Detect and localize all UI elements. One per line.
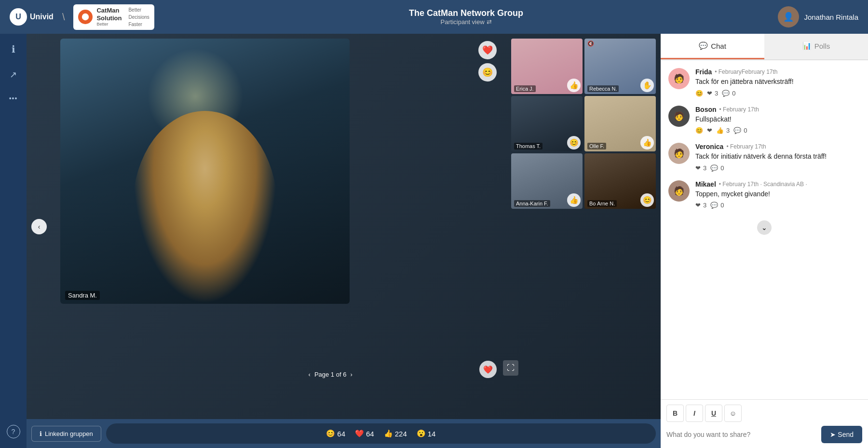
msg-time-boson: • February 17th — [719, 106, 759, 113]
subtitle-text: Participant view — [441, 18, 485, 26]
page-nav: ‹ Page 1 of 6 › — [309, 371, 353, 378]
msg-reactions-veronica: ❤ 3 💬 0 — [695, 164, 860, 172]
send-icon: ➤ — [830, 431, 836, 438]
thumb-reaction-olle: 👍 — [640, 136, 654, 149]
thumbnail-grid: Erica J. 👍 🔇 Rebecca N. ✋ Thomas T. 😊 Ol… — [511, 39, 656, 209]
chat-input-area: B I U ☺ ➤ Send — [661, 399, 868, 448]
page-indicator: Page 1 of 6 — [314, 371, 347, 378]
msg-reactions-boson: 😊 ❤ 👍 3 💬 0 — [695, 127, 860, 134]
help-icon[interactable]: ? — [7, 425, 20, 438]
thumb-name-olle: Olle F. — [587, 143, 606, 149]
thumb-reaction-rebecca: ✋ — [640, 79, 654, 92]
react-heart-mikael[interactable]: ❤ 3 — [695, 202, 706, 209]
catman-text: CatMan Solution Better — [96, 7, 122, 27]
emoji-reaction-button[interactable]: 😊 — [478, 63, 497, 81]
react-comment-frida[interactable]: 💬 0 — [722, 90, 735, 97]
bold-button[interactable]: B — [666, 405, 684, 422]
avatar-boson: 🧑 — [668, 106, 690, 127]
header-right: 👤 Jonathan Rintala — [778, 6, 858, 27]
univid-icon: U — [10, 8, 27, 26]
thumb-olle: Olle F. 👍 — [584, 96, 656, 151]
msg-body-frida: Frida • FebruaryFebruary 17th Tack för e… — [695, 68, 860, 97]
more-icon[interactable]: ••• — [9, 95, 18, 102]
info-icon[interactable]: ℹ — [12, 43, 15, 55]
video-background: Sandra M. ‹ ❤️ 😊 Erica J. 👍 🔇 — [27, 34, 661, 419]
prev-page-button[interactable]: ‹ — [31, 219, 47, 234]
linkedin-label: Linkedin gruppen — [45, 430, 93, 437]
thumb-muted-rebecca: 🔇 — [587, 41, 594, 47]
polls-tab-icon: 📊 — [802, 41, 812, 50]
top-reaction-buttons: ❤️ 😊 — [478, 41, 497, 81]
react-comment-mikael[interactable]: 💬 0 — [710, 202, 724, 209]
video-bottom-bar: ℹ Linkedin gruppen 😊 64 ❤️ 64 👍 224 😮 — [27, 419, 661, 448]
thumbs-count: 👍 224 — [384, 429, 407, 438]
react-heart-frida[interactable]: ❤ 3 — [707, 90, 718, 97]
page-prev-arrow[interactable]: ‹ — [309, 371, 311, 378]
react-thumbs-boson[interactable]: 👍 3 — [716, 127, 730, 134]
msg-time-mikael: • February 17th · Scandinavia AB · — [719, 181, 807, 188]
heart-count: ❤️ 64 — [355, 429, 374, 438]
message-veronica: 🧑 Veronica • February 17th Tack för init… — [668, 143, 860, 172]
send-button[interactable]: ➤ Send — [821, 426, 862, 443]
catman-logo: CatMan Solution Better Better Decisions … — [73, 4, 154, 30]
thumbs-icon: 👍 — [384, 429, 393, 438]
thumb-name-erica: Erica J. — [514, 85, 536, 92]
thumb-name-annakarin: Anna-Karin F. — [514, 200, 550, 207]
emoji-button[interactable]: ☺ — [724, 405, 742, 422]
msg-header-veronica: Veronica • February 17th — [695, 143, 860, 150]
header-left: U Univid \ CatMan Solution Better Better… — [10, 4, 154, 30]
send-label: Send — [838, 431, 854, 438]
chat-tab-icon: 💬 — [699, 41, 708, 50]
message-mikael: 🧑 Mikael • February 17th · Scandinavia A… — [668, 180, 860, 209]
thumb-erica: Erica J. 👍 — [511, 39, 583, 94]
react-heart-veronica[interactable]: ❤ 3 — [695, 164, 706, 172]
msg-body-mikael: Mikael • February 17th · Scandinavia AB … — [695, 180, 860, 209]
breadcrumb-separator: \ — [62, 12, 65, 23]
thumb-reaction-annakarin: 👍 — [567, 193, 581, 207]
left-sidebar: ℹ ↗ ••• ? — [0, 34, 27, 448]
heart-reaction-button[interactable]: ❤️ — [478, 41, 497, 59]
thumb-name-rebecca: Rebecca N. — [587, 85, 619, 92]
univid-label: Univid — [30, 13, 54, 21]
fullscreen-button[interactable]: ⛶ — [503, 360, 518, 376]
share-icon[interactable]: ↗ — [10, 69, 17, 80]
user-name: Jonathan Rintala — [804, 13, 858, 21]
underline-button[interactable]: U — [705, 405, 722, 422]
bottom-heart-button[interactable]: ❤️ — [479, 361, 497, 378]
thumb-boarne: Bo Arne N. 😊 — [584, 153, 656, 209]
scroll-down-button[interactable]: ⌄ — [668, 217, 860, 238]
msg-reactions-frida: 😊 ❤ 3 💬 0 — [695, 90, 860, 97]
msg-header-mikael: Mikael • February 17th · Scandinavia AB … — [695, 180, 860, 188]
msg-time-frida: • FebruaryFebruary 17th — [715, 68, 777, 75]
msg-author-mikael: Mikael — [695, 180, 716, 188]
msg-body-boson: Boson • February 17th Fullspäckat! 😊 ❤ 👍… — [695, 106, 860, 135]
react-comment-boson[interactable]: 💬 0 — [733, 127, 747, 134]
thumb-name-thomas: Thomas T. — [514, 143, 542, 149]
header: U Univid \ CatMan Solution Better Better… — [0, 0, 868, 34]
msg-header-boson: Boson • February 17th — [695, 106, 860, 113]
message-frida: 🧑 Frida • FebruaryFebruary 17th Tack för… — [668, 68, 860, 97]
tab-chat[interactable]: 💬 Chat — [661, 34, 764, 59]
chat-messages: 🧑 Frida • FebruaryFebruary 17th Tack för… — [661, 60, 868, 399]
msg-author-frida: Frida — [695, 68, 712, 76]
event-title: The CatMan Network Group — [409, 8, 523, 18]
linkedin-button[interactable]: ℹ Linkedin gruppen — [31, 426, 101, 442]
chat-toolbar: B I U ☺ — [666, 405, 862, 422]
wow-count-value: 14 — [428, 430, 436, 438]
emoji-icon: 😊 — [326, 429, 335, 438]
msg-author-veronica: Veronica — [695, 143, 723, 150]
msg-reactions-mikael: ❤ 3 💬 0 — [695, 202, 860, 209]
msg-text-boson: Fullspäckat! — [695, 115, 860, 124]
page-next-arrow[interactable]: › — [350, 371, 352, 378]
wow-icon: 😮 — [417, 429, 426, 438]
main-speaker-video: Sandra M. — [60, 39, 350, 304]
chat-message-input[interactable] — [666, 431, 817, 438]
message-boson: 🧑 Boson • February 17th Fullspäckat! 😊 ❤… — [668, 106, 860, 135]
heart-count-value: 64 — [366, 430, 374, 438]
msg-header-frida: Frida • FebruaryFebruary 17th — [695, 68, 860, 76]
scroll-down-circle[interactable]: ⌄ — [757, 220, 772, 235]
italic-button[interactable]: I — [686, 405, 703, 422]
thumb-thomas: Thomas T. 😊 — [511, 96, 583, 151]
tab-polls[interactable]: 📊 Polls — [764, 34, 868, 59]
react-comment-veronica[interactable]: 💬 0 — [710, 164, 724, 172]
